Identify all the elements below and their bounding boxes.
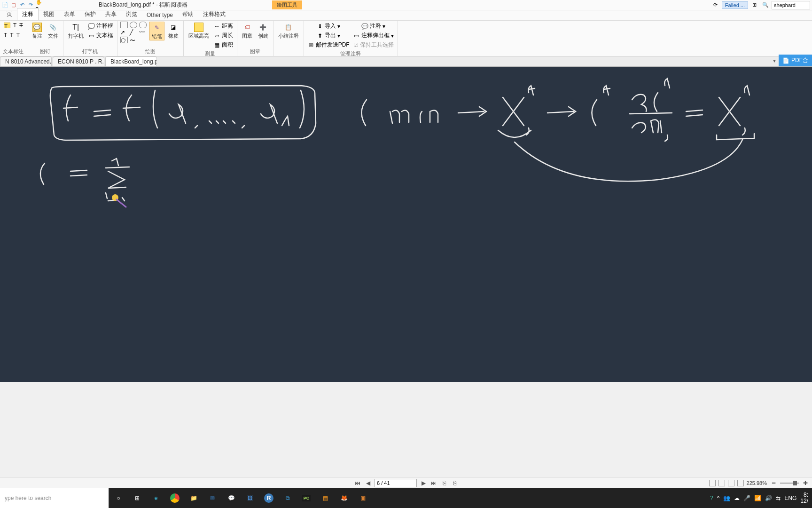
explorer-icon[interactable]: 📁 xyxy=(184,488,203,508)
prev-page-icon[interactable]: ◀ xyxy=(364,479,372,487)
memo-button[interactable]: 💬备注 xyxy=(30,22,44,40)
file-button[interactable]: 📎文件 xyxy=(46,22,60,40)
shape-arrow[interactable]: ↗ xyxy=(120,29,128,36)
search-input[interactable] xyxy=(772,1,810,9)
pdf-canvas[interactable] xyxy=(0,67,812,382)
rstudio-icon[interactable]: R xyxy=(259,488,278,508)
grid-icon[interactable]: ⊞ xyxy=(751,2,757,8)
pencil-button[interactable]: ✎铅笔 xyxy=(149,22,164,40)
keep-tool-check[interactable]: ☑保持工具选择 xyxy=(352,40,395,49)
new-icon[interactable]: ▢ xyxy=(10,2,17,8)
shape-polyline[interactable]: 〰 xyxy=(139,29,147,36)
shape-oval[interactable] xyxy=(130,22,137,28)
next-page-icon[interactable]: ▶ xyxy=(420,479,427,487)
sync-icon[interactable]: ⟳ xyxy=(712,2,719,8)
typewriter-button[interactable]: T|打字机 xyxy=(66,22,86,40)
tab-protect[interactable]: 保护 xyxy=(80,8,101,20)
copy-page-icon[interactable]: ⎘ xyxy=(440,479,448,487)
tab-dropdown-icon[interactable]: ▾ xyxy=(770,57,779,64)
chrome-icon[interactable] xyxy=(165,488,184,508)
underline-btn[interactable]: T xyxy=(12,22,17,29)
copy-page2-icon[interactable]: ⎘ xyxy=(451,479,458,487)
import-btn[interactable]: ⬇导入▾ xyxy=(307,22,351,31)
shape-cloud[interactable] xyxy=(139,22,147,28)
volume-tray-icon[interactable]: 🔊 xyxy=(765,495,772,501)
tab-share[interactable]: 共享 xyxy=(101,8,121,20)
first-page-icon[interactable]: ⏮ xyxy=(354,479,361,487)
tab-other[interactable]: Other type xyxy=(142,10,178,20)
doc-tab-0[interactable]: N 8010 Advanced... xyxy=(0,56,52,66)
wechat-icon[interactable]: 💬 xyxy=(222,488,241,508)
stamp-button[interactable]: 🏷图章 xyxy=(240,22,254,40)
email-btn[interactable]: ✉邮件发送PDF xyxy=(307,40,351,49)
summary-button[interactable]: 📋小结注释 xyxy=(276,22,301,40)
export-btn[interactable]: ⬆导出▾ xyxy=(307,31,351,40)
tab-form[interactable]: 表单 xyxy=(59,8,80,20)
shape-line[interactable]: ╱ xyxy=(130,29,137,36)
vscode-icon[interactable]: ⧉ xyxy=(278,488,297,508)
pycharm-icon[interactable]: PC xyxy=(297,488,316,508)
caret-btn[interactable]: T xyxy=(9,32,14,39)
search-icon[interactable]: 🔍 xyxy=(762,2,769,8)
clock-tray[interactable]: 8: 12/ xyxy=(800,492,808,504)
mic-tray-icon[interactable]: 🎤 xyxy=(743,495,750,501)
tab-format[interactable]: 注释格式 xyxy=(198,8,230,20)
zoom-slider[interactable] xyxy=(780,483,799,484)
vm-icon[interactable]: ▣ xyxy=(353,488,372,508)
distance-btn[interactable]: ↔距离 xyxy=(213,22,234,31)
zoom-in-icon[interactable]: ✚ xyxy=(802,479,809,487)
create-stamp-button[interactable]: ➕创建 xyxy=(256,22,270,40)
zoom-out-icon[interactable]: ━ xyxy=(770,479,777,487)
sublime-icon[interactable]: ▤ xyxy=(316,488,335,508)
squiggly-btn[interactable]: T xyxy=(3,32,8,39)
undo-icon[interactable]: ↶ xyxy=(19,2,25,8)
area-btn[interactable]: ▦面积 xyxy=(213,40,234,49)
shape-curve[interactable]: 〜 xyxy=(130,37,137,43)
comment-dropdown[interactable]: 💬注释▾ xyxy=(352,22,395,31)
edge-icon[interactable]: e xyxy=(147,488,165,508)
photos-icon[interactable]: 🖼 xyxy=(241,488,259,508)
view-cont-icon[interactable] xyxy=(718,480,725,486)
pdf-merge-button[interactable]: 📄PDF合 xyxy=(779,55,812,66)
perimeter-btn[interactable]: ▱周长 xyxy=(213,31,234,40)
shape-rect[interactable] xyxy=(120,22,128,28)
chevron-up-icon[interactable]: ^ xyxy=(717,495,720,501)
strike-btn[interactable]: T xyxy=(18,22,23,29)
shape-polygon[interactable]: ⬠ xyxy=(120,37,128,43)
taskview-icon[interactable]: ⊞ xyxy=(128,488,147,508)
view-single-icon[interactable] xyxy=(709,480,716,486)
eraser-button[interactable]: ◪橡皮 xyxy=(166,22,180,40)
replace-btn[interactable]: T xyxy=(16,32,21,39)
page-input[interactable] xyxy=(375,479,417,487)
tab-browse[interactable]: 浏览 xyxy=(121,8,142,20)
cortana-icon[interactable]: ○ xyxy=(109,488,128,508)
text-box-btn[interactable]: ▭文本框 xyxy=(87,31,114,40)
area-highlight-button[interactable]: 区域高亮 xyxy=(187,22,211,40)
popup-dropdown[interactable]: ▭注释弹出框▾ xyxy=(352,31,395,40)
view-cover-icon[interactable] xyxy=(737,480,744,486)
mail-icon[interactable]: ✉ xyxy=(203,488,222,508)
help-tray-icon[interactable]: ? xyxy=(710,495,713,501)
foxit-icon[interactable]: 🦊 xyxy=(335,488,353,508)
tab-annotate[interactable]: 注释 xyxy=(17,8,39,20)
doc-tab-2[interactable]: BlackBoard_long.pdf *✕ xyxy=(105,56,157,66)
highlight-btn[interactable]: T xyxy=(3,22,11,29)
redo-icon[interactable]: ↷ xyxy=(27,2,34,8)
lang-tray[interactable]: ENG xyxy=(784,495,796,501)
cloud-tray-icon[interactable]: ☁ xyxy=(734,495,740,501)
failed-button[interactable]: Failed ... xyxy=(722,1,748,9)
view-facing-icon[interactable] xyxy=(728,480,734,486)
taskbar-search[interactable]: ype here to search xyxy=(0,488,109,508)
group-manage-label: 管理注释 xyxy=(307,49,395,57)
users-tray-icon[interactable]: 👥 xyxy=(723,495,730,501)
sync-tray-icon[interactable]: ⇆ xyxy=(776,495,781,501)
doc-tab-1[interactable]: ECON 8010 P . R. G . ... xyxy=(53,56,104,66)
hand-icon[interactable]: ✋▾ xyxy=(36,2,42,8)
last-page-icon[interactable]: ⏭ xyxy=(430,479,437,487)
wifi-tray-icon[interactable]: 📶 xyxy=(754,495,761,501)
tab-view[interactable]: 视图 xyxy=(39,8,59,20)
tab-page[interactable]: 页 xyxy=(2,8,17,20)
draw-tool-tab[interactable]: 绘图工具 xyxy=(272,0,302,9)
tab-help[interactable]: 帮助 xyxy=(178,8,198,20)
comment-box-btn[interactable]: 💭注释框 xyxy=(87,22,114,31)
